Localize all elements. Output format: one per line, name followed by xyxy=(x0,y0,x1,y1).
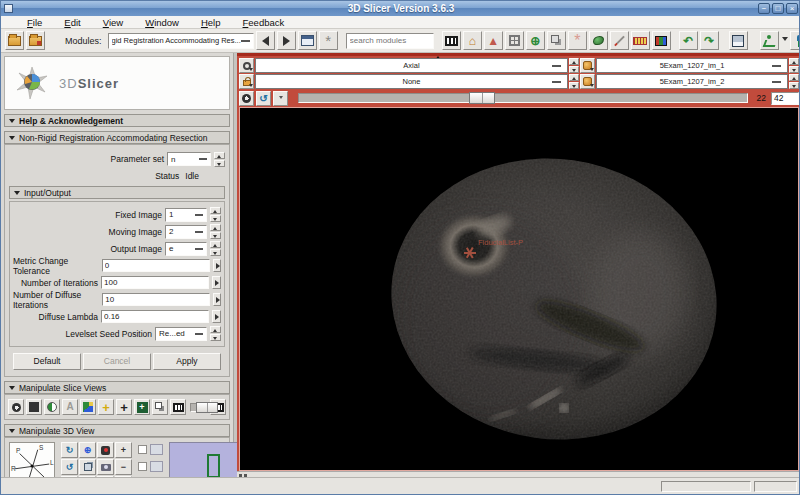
modules-combo[interactable]: gid Registration Accommodating Res... xyxy=(108,33,254,49)
measure-button[interactable] xyxy=(631,31,650,50)
slice-visibility-toggle-button[interactable] xyxy=(239,91,254,106)
menu-edit[interactable]: Edit xyxy=(64,17,80,28)
menu-feedback[interactable]: Feedback xyxy=(243,17,285,28)
rotate-view-button[interactable]: ↻ xyxy=(61,442,78,458)
layers-button[interactable] xyxy=(547,31,566,50)
fiducials-button[interactable] xyxy=(790,31,800,50)
slice-options-button[interactable] xyxy=(273,91,288,106)
output-image-spinner[interactable] xyxy=(210,241,221,256)
expand-arrow-icon[interactable] xyxy=(212,310,221,323)
spin-view-button[interactable]: ↺ xyxy=(61,459,78,475)
expand-arrow-icon[interactable] xyxy=(213,259,221,272)
fiducial-marker-icon[interactable] xyxy=(464,247,476,259)
ortho-view-button[interactable] xyxy=(79,459,96,475)
section-help-acknowledgement[interactable]: Help & Acknowledgement xyxy=(4,114,230,127)
section-input-output[interactable]: Input/Output xyxy=(9,186,225,199)
levelset-seed-position-combo[interactable]: Re...ed xyxy=(155,327,207,341)
menu-file[interactable]: File xyxy=(27,17,42,28)
section-manipulate-slice-views[interactable]: Manipulate Slice Views xyxy=(4,381,230,394)
slice2-volume-combo[interactable]: 5Exam_1207_im_2 xyxy=(596,74,788,89)
slice-index-input[interactable] xyxy=(771,92,799,105)
slice-viewer[interactable]: FiducialList-P xyxy=(239,107,799,471)
color-lut-button[interactable] xyxy=(652,31,671,50)
slice1-menu-button[interactable] xyxy=(239,58,254,73)
crosshair-jump-button[interactable]: + xyxy=(134,399,150,415)
menu-window[interactable]: Window xyxy=(145,17,179,28)
record-view-button[interactable] xyxy=(97,442,114,458)
menu-view[interactable]: View xyxy=(103,17,123,28)
freeze-button[interactable]: * xyxy=(568,31,587,50)
segmentation-button[interactable] xyxy=(589,31,608,50)
compare-layers-button[interactable] xyxy=(152,399,168,415)
expand-arrow-icon[interactable] xyxy=(213,293,221,306)
view3d-option-2-checkbox[interactable] xyxy=(138,462,147,471)
menu-help[interactable]: Help xyxy=(201,17,221,28)
label-opacity-button[interactable] xyxy=(44,399,60,415)
number-of-iterations-input[interactable] xyxy=(101,276,209,289)
moving-image-combo[interactable]: 2 xyxy=(165,225,207,239)
fit-slices-button[interactable] xyxy=(26,399,42,415)
parameter-set-spinner[interactable] xyxy=(214,152,225,167)
camera-button[interactable] xyxy=(97,459,114,475)
section-manipulate-3d-view[interactable]: Manipulate 3D View xyxy=(4,424,230,437)
module-forward-button[interactable] xyxy=(277,31,296,50)
save-snapshot-button[interactable] xyxy=(729,31,748,50)
levelset-seed-position-spinner[interactable] xyxy=(210,326,221,341)
center-view-button[interactable]: ⊕ xyxy=(79,442,96,458)
titlebar[interactable]: 3D Slicer Version 3.6.3 − □ × xyxy=(1,1,800,16)
output-image-combo[interactable]: e xyxy=(165,242,207,256)
search-modules-input[interactable] xyxy=(346,33,434,49)
cancel-button[interactable]: Cancel xyxy=(83,353,151,370)
section-module-title[interactable]: Non-Rigid Registration Accommodating Res… xyxy=(4,131,230,144)
slice1-volume-menu-button[interactable] xyxy=(580,58,595,73)
slice2-orientation-spinner[interactable] xyxy=(569,74,579,89)
fixed-image-combo[interactable]: 1 xyxy=(165,208,207,222)
close-button[interactable]: × xyxy=(786,3,798,14)
crosshair-black-button[interactable]: + xyxy=(116,399,132,415)
undo-button[interactable]: ↶ xyxy=(679,31,698,50)
grid-view-button[interactable] xyxy=(505,31,524,50)
extensions-button[interactable] xyxy=(760,31,779,50)
lightbox-button[interactable] xyxy=(170,399,186,415)
moving-image-spinner[interactable] xyxy=(210,224,221,239)
diffuse-lambda-input[interactable] xyxy=(101,310,209,323)
zoom-out-button[interactable]: − xyxy=(115,459,132,475)
home-module-button[interactable]: ⌂ xyxy=(463,31,482,50)
minimize-button[interactable]: − xyxy=(758,3,770,14)
crosshair-yellow-button[interactable]: + xyxy=(98,399,114,415)
slice1-volume-spinner[interactable] xyxy=(789,58,799,73)
number-of-diffuse-iterations-input[interactable] xyxy=(102,293,210,306)
slice-visibility-button[interactable] xyxy=(8,399,24,415)
extensions-dropdown-icon[interactable] xyxy=(782,37,788,44)
load-scene-button[interactable] xyxy=(5,31,24,50)
slice2-orientation-combo[interactable]: None xyxy=(255,74,568,89)
zoom-in-button[interactable]: + xyxy=(115,442,132,458)
module-back-button[interactable] xyxy=(256,31,275,50)
view3d-option-1-checkbox[interactable] xyxy=(138,445,147,454)
slider-handle[interactable] xyxy=(196,402,218,413)
module-settings-button[interactable]: * xyxy=(319,31,338,50)
annotate-button[interactable] xyxy=(610,31,629,50)
layout-grid-button[interactable] xyxy=(80,399,96,415)
slice-offset-slider[interactable] xyxy=(298,93,748,103)
expand-arrow-icon[interactable] xyxy=(212,276,221,289)
slice1-volume-combo[interactable]: 5Exam_1207_im_1 xyxy=(596,58,788,73)
slice-rotate-button[interactable]: ↺ xyxy=(256,91,271,106)
maximize-button[interactable]: □ xyxy=(772,3,784,14)
metric-change-tolerance-input[interactable] xyxy=(102,259,210,272)
slice2-volume-spinner[interactable] xyxy=(789,74,799,89)
redo-button[interactable]: ↷ xyxy=(700,31,719,50)
default-button[interactable]: Default xyxy=(13,353,81,370)
module-hierarchy-button[interactable]: ▲ xyxy=(484,31,503,50)
slice2-lock-button[interactable] xyxy=(239,74,254,89)
slice-opacity-slider[interactable] xyxy=(190,403,206,412)
slider-handle[interactable] xyxy=(469,92,495,104)
slice2-volume-menu-button[interactable] xyxy=(580,74,595,89)
crosshair-button[interactable]: ⊕ xyxy=(526,31,545,50)
slice1-orientation-combo[interactable]: Axial xyxy=(255,58,568,73)
lightbox-layout-button[interactable] xyxy=(442,31,461,50)
navigation-viewport-rect[interactable] xyxy=(207,454,220,478)
parameter-set-combo[interactable]: n xyxy=(167,152,211,166)
slice1-orientation-spinner[interactable] xyxy=(569,58,579,73)
apply-button[interactable]: Apply xyxy=(153,353,221,370)
